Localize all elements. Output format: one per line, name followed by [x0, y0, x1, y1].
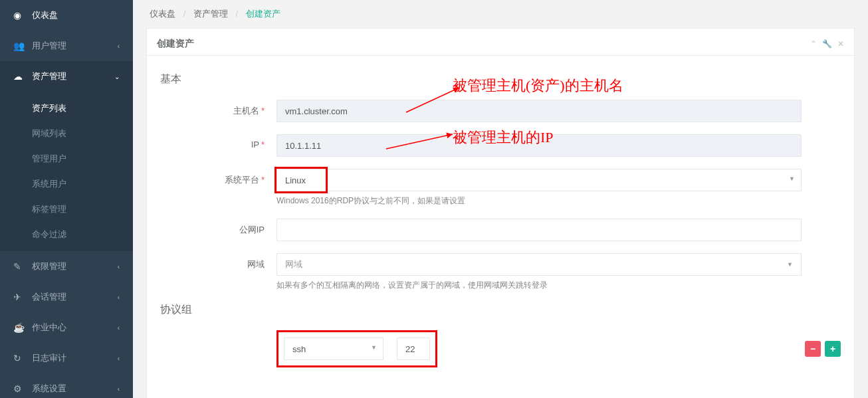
chevron-icon: ‹	[118, 324, 120, 332]
platform-select[interactable]: Linux	[276, 169, 802, 191]
caret-down-icon: ▼	[787, 261, 793, 268]
close-icon[interactable]: ✕	[837, 39, 844, 49]
sidebar-item-assets[interactable]: ☁ 资产管理 ⌄	[0, 61, 133, 92]
port-input[interactable]	[397, 338, 430, 360]
main-content: 仪表盘 / 资产管理 / 创建资产 创建资产 ⌃ 🔧 ✕ 基本 主机名*	[133, 0, 868, 398]
chevron-icon: ‹	[118, 43, 120, 50]
label-platform: 系统平台*	[160, 169, 276, 186]
sidebar-label: 权限管理	[32, 260, 66, 272]
breadcrumb-item[interactable]: 仪表盘	[150, 9, 175, 19]
annotation-ip: 被管理主机的IP	[453, 128, 554, 148]
breadcrumb-sep: /	[236, 9, 239, 19]
panel-header: 创建资产 ⌃ 🔧 ✕	[147, 29, 854, 56]
label-domain: 网域	[160, 253, 276, 270]
sidebar-item-perms[interactable]: ✎ 权限管理 ‹	[0, 251, 133, 282]
users-icon: 👥	[13, 41, 27, 51]
sidebar-item-jobs[interactable]: ☕ 作业中心 ‹	[0, 312, 133, 343]
help-platform: Windows 2016的RDP协议与之前不同，如果是请设置	[276, 195, 802, 207]
domain-placeholder: 网域	[285, 258, 302, 270]
sidebar-submenu: 资产列表 网域列表 管理用户 系统用户 标签管理 命令过滤	[0, 92, 133, 251]
annotation-hostname: 被管理主机(资产)的主机名	[453, 76, 623, 96]
sidebar-item-dashboard[interactable]: ◉ 仪表盘	[0, 0, 133, 31]
sidebar-label: 会话管理	[32, 291, 66, 303]
sidebar-item-audit[interactable]: ↻ 日志审计 ‹	[0, 343, 133, 373]
sidebar-sub-asset-list[interactable]: 资产列表	[0, 96, 133, 121]
label-publicip: 公网IP	[160, 219, 276, 236]
sidebar-label: 作业中心	[32, 322, 66, 334]
sidebar-label: 用户管理	[32, 40, 66, 52]
wrench-icon[interactable]: 🔧	[822, 39, 832, 49]
sidebar-sub-system-user[interactable]: 系统用户	[0, 171, 133, 197]
sidebar-sub-domain-list[interactable]: 网域列表	[0, 121, 133, 146]
cogs-icon: ⚙	[13, 383, 27, 394]
sidebar-label: 系统设置	[32, 383, 66, 395]
sidebar-item-users[interactable]: 👥 用户管理 ‹	[0, 31, 133, 61]
sidebar-label: 日志审计	[32, 352, 66, 364]
domain-select[interactable]: 网域 ▼	[276, 253, 802, 276]
label-hostname: 主机名*	[160, 100, 276, 117]
sidebar-sub-label-mgmt[interactable]: 标签管理	[0, 197, 133, 222]
dashboard-icon: ◉	[13, 10, 27, 21]
add-protocol-button[interactable]: +	[825, 341, 841, 357]
collapse-icon[interactable]: ⌃	[810, 39, 817, 49]
sidebar-item-settings[interactable]: ⚙ 系统设置 ‹	[0, 373, 133, 398]
help-domain: 如果有多个的互相隔离的网络，设置资产属于的网域，使用网域网关跳转登录	[276, 280, 802, 291]
breadcrumb-item[interactable]: 资产管理	[193, 9, 228, 19]
chevron-icon: ‹	[118, 355, 120, 362]
sidebar-sub-admin-user[interactable]: 管理用户	[0, 146, 133, 171]
breadcrumb-sep: /	[183, 9, 186, 19]
breadcrumb-current: 创建资产	[246, 9, 280, 19]
panel-body: 基本 主机名* IP* 系统平台*	[147, 56, 854, 398]
sidebar-sub-cmd-filter[interactable]: 命令过滤	[0, 222, 133, 247]
breadcrumb: 仪表盘 / 资产管理 / 创建资产	[133, 0, 868, 28]
sidebar-item-sessions[interactable]: ✈ 会话管理 ‹	[0, 282, 133, 312]
sidebar-label: 仪表盘	[32, 9, 58, 21]
rocket-icon: ✈	[13, 292, 27, 302]
sidebar: ◉ 仪表盘 👥 用户管理 ‹ ☁ 资产管理 ⌄ 资产列表 网域列表 管理用户 系…	[0, 0, 133, 398]
chevron-down-icon: ⌄	[114, 73, 120, 80]
chevron-icon: ‹	[118, 263, 120, 270]
cloud-icon: ☁	[13, 71, 27, 82]
annotation-highlight-protocol: ssh	[276, 330, 437, 367]
publicip-input[interactable]	[276, 219, 802, 241]
panel-title: 创建资产	[157, 38, 194, 50]
coffee-icon: ☕	[13, 322, 27, 333]
sidebar-label: 资产管理	[32, 70, 66, 82]
chevron-icon: ‹	[118, 294, 120, 301]
chevron-icon: ‹	[118, 385, 120, 393]
edit-icon: ✎	[13, 261, 27, 272]
panel-tools: ⌃ 🔧 ✕	[810, 39, 844, 49]
remove-protocol-button[interactable]: −	[805, 341, 821, 357]
section-protocol: 协议组	[160, 303, 841, 317]
panel: 创建资产 ⌃ 🔧 ✕ 基本 主机名* IP*	[146, 28, 855, 398]
label-ip: IP*	[160, 134, 276, 149]
history-icon: ↻	[13, 353, 27, 363]
hostname-input[interactable]	[276, 100, 802, 122]
protocol-select[interactable]: ssh	[284, 338, 383, 360]
